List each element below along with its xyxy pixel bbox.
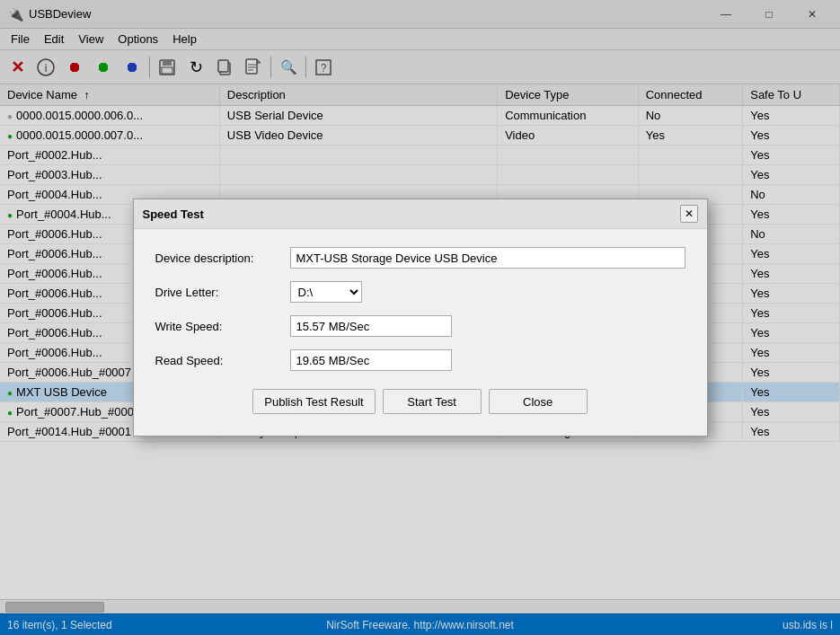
dialog-title: Speed Test (143, 207, 204, 221)
speed-test-dialog: Speed Test ✕ Device description: Drive L… (133, 198, 708, 437)
dialog-body: Device description: Drive Letter: D:\ C:… (134, 229, 707, 436)
dialog-title-bar: Speed Test ✕ (134, 199, 707, 229)
device-description-input[interactable] (290, 247, 685, 269)
dialog-buttons: Publish Test Result Start Test Close (155, 389, 685, 421)
drive-letter-row: Drive Letter: D:\ C:\ E:\ (155, 281, 685, 303)
drive-letter-label: Drive Letter: (155, 286, 290, 299)
modal-overlay: Speed Test ✕ Device description: Drive L… (0, 0, 840, 635)
start-test-button[interactable]: Start Test (383, 389, 482, 414)
dialog-close-x-button[interactable]: ✕ (680, 205, 698, 223)
write-speed-label: Write Speed: (155, 320, 290, 333)
read-speed-input[interactable] (290, 349, 452, 371)
device-description-label: Device description: (155, 251, 290, 265)
read-speed-label: Read Speed: (155, 354, 290, 367)
close-button[interactable]: Close (489, 389, 588, 414)
write-speed-input[interactable] (290, 315, 452, 337)
write-speed-row: Write Speed: (155, 315, 685, 337)
publish-test-result-button[interactable]: Publish Test Result (252, 389, 375, 414)
drive-letter-select[interactable]: D:\ C:\ E:\ (290, 281, 362, 303)
device-description-row: Device description: (155, 247, 685, 269)
read-speed-row: Read Speed: (155, 349, 685, 371)
